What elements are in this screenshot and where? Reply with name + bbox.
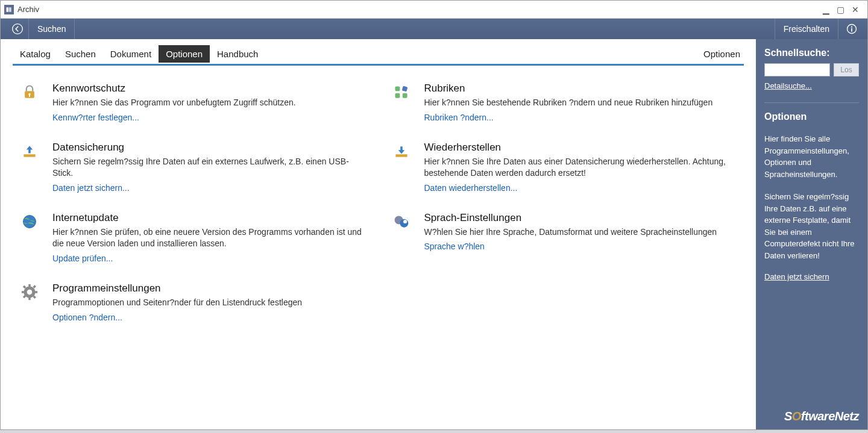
link-sprache-waehlen[interactable]: Sprache w?hlen	[424, 241, 738, 251]
option-title: Kennwortschutz	[52, 83, 366, 95]
link-kennwort-festlegen[interactable]: Kennw?rter festlegen...	[52, 113, 366, 122]
tabs-right-label: Optionen	[703, 49, 744, 59]
tabs: Katalog Suchen Dokument Optionen Handbuc…	[13, 45, 744, 66]
svg-point-4	[851, 26, 852, 28]
toolbar-suchen[interactable]: Suchen	[29, 19, 75, 39]
svg-rect-13	[24, 154, 35, 157]
detailsuche-link[interactable]: Detailsuche...	[764, 81, 859, 90]
sidebar-schnellsuche-heading: Schnellsuche:	[764, 48, 859, 58]
option-title: Internetupdate	[52, 212, 366, 224]
link-daten-sichern[interactable]: Daten jetzt sichern...	[52, 183, 366, 193]
back-arrow-icon	[11, 23, 24, 35]
info-icon	[846, 23, 858, 35]
tab-dokument[interactable]: Dokument	[103, 45, 159, 63]
tab-suchen[interactable]: Suchen	[58, 45, 103, 63]
sidebar-backup-link[interactable]: Daten jetzt sichern	[764, 272, 859, 281]
gear-icon	[19, 282, 40, 322]
link-daten-wiederherstellen[interactable]: Daten wiederherstellen...	[424, 183, 738, 193]
info-button[interactable]	[838, 19, 863, 39]
svg-point-2	[13, 24, 23, 34]
titlebar-left: Archiv	[4, 5, 39, 14]
svg-rect-5	[851, 28, 852, 32]
option-desc: Programmoptionen und Seitenr?nder für de…	[52, 297, 366, 309]
tab-optionen[interactable]: Optionen	[159, 45, 210, 63]
upload-icon	[19, 142, 40, 193]
brand-logo: SOftwareNetz	[764, 410, 859, 423]
svg-rect-0	[7, 7, 9, 12]
option-rubriken: Rubriken Hier k?nnen Sie bestehende Rubr…	[391, 83, 738, 122]
schnellsuche-input[interactable]	[764, 63, 830, 76]
svg-point-29	[27, 290, 33, 295]
option-desc: Hier k?nnen Sie prüfen, ob eine neuere V…	[52, 226, 366, 250]
svg-rect-24	[34, 291, 37, 293]
option-sprach-einstellungen: Sprach-Einstellungen W?hlen Sie hier Ihr…	[391, 212, 738, 263]
toolbar: Suchen Freischalten	[1, 19, 867, 39]
sidebar: Schnellsuche: Los Detailsuche... Optione…	[756, 39, 867, 429]
link-rubriken-aendern[interactable]: Rubriken ?ndern...	[424, 113, 738, 122]
sidebar-text-1: Hier finden Sie alle Programmeinstellung…	[764, 133, 859, 180]
svg-rect-8	[29, 95, 30, 97]
option-internetupdate: Internetupdate Hier k?nnen Sie prüfen, o…	[19, 212, 366, 263]
toolbar-freischalten[interactable]: Freischalten	[775, 19, 838, 39]
content-wrap: Katalog Suchen Dokument Optionen Handbuc…	[1, 39, 867, 429]
sidebar-text-2: Sichern Sie regelm?ssig Ihre Daten z.B. …	[764, 191, 859, 261]
brand-post: ftwareNetz	[801, 410, 859, 423]
option-desc: W?hlen Sie hier Ihre Sprache, Datumsform…	[424, 226, 738, 238]
option-title: Programmeinstellungen	[52, 282, 366, 294]
brand-pre: S	[784, 410, 792, 423]
window-buttons: ▁ ▢ ✕	[823, 5, 867, 14]
lock-icon	[19, 83, 40, 122]
options-grid: Kennwortschutz Hier k?nnen Sie das Progr…	[13, 83, 744, 322]
option-desc: Hier k?nnen Sie bestehende Rubriken ?nde…	[424, 97, 738, 109]
close-button[interactable]: ✕	[852, 5, 859, 14]
window: Archiv ▁ ▢ ✕ Suchen Freischalten	[0, 0, 868, 430]
main-area: Katalog Suchen Dokument Optionen Handbuc…	[1, 39, 756, 429]
los-button[interactable]: Los	[834, 63, 859, 76]
option-desc: Sichern Sie regelm?ssig Ihre Daten auf e…	[52, 156, 366, 179]
sidebar-separator	[764, 102, 859, 103]
option-desc: Hier k?nnen Sie Ihre Daten aus einer Dat…	[424, 156, 738, 179]
option-title: Sprach-Einstellungen	[424, 212, 738, 224]
option-title: Wiederherstellen	[424, 142, 738, 154]
svg-rect-21	[28, 284, 31, 287]
svg-point-19	[403, 220, 407, 223]
tab-katalog[interactable]: Katalog	[13, 45, 58, 63]
svg-rect-10	[401, 86, 407, 92]
svg-rect-12	[402, 93, 407, 98]
option-programmeinstellungen: Programmeinstellungen Programmoptionen u…	[19, 282, 366, 322]
categories-icon	[391, 83, 412, 122]
option-datensicherung: Datensicherung Sichern Sie regelm?ssig I…	[19, 142, 366, 193]
brand-o: O	[792, 410, 801, 423]
svg-rect-14	[395, 154, 407, 157]
tab-handbuch[interactable]: Handbuch	[210, 45, 265, 63]
link-optionen-aendern[interactable]: Optionen ?ndern...	[52, 313, 366, 322]
back-button[interactable]	[7, 19, 29, 39]
window-title: Archiv	[17, 5, 39, 14]
globe-icon	[19, 212, 40, 263]
app-icon	[4, 5, 14, 14]
svg-rect-22	[28, 297, 31, 300]
language-icon	[391, 212, 412, 263]
option-title: Datensicherung	[52, 142, 366, 154]
option-wiederherstellen: Wiederherstellen Hier k?nnen Sie Ihre Da…	[391, 142, 738, 193]
svg-rect-1	[9, 7, 11, 12]
maximize-button[interactable]: ▢	[837, 5, 844, 14]
option-title: Rubriken	[424, 83, 738, 95]
download-icon	[391, 142, 412, 193]
svg-rect-9	[395, 86, 400, 91]
option-desc: Hier k?nnen Sie das Programm vor unbefug…	[52, 97, 366, 109]
titlebar: Archiv ▁ ▢ ✕	[1, 1, 867, 19]
svg-rect-11	[395, 93, 400, 98]
sidebar-optionen-heading: Optionen	[764, 111, 859, 122]
option-kennwortschutz: Kennwortschutz Hier k?nnen Sie das Progr…	[19, 83, 366, 122]
svg-rect-23	[22, 291, 25, 293]
link-update-pruefen[interactable]: Update prüfen...	[52, 254, 366, 263]
minimize-button[interactable]: ▁	[823, 5, 829, 14]
